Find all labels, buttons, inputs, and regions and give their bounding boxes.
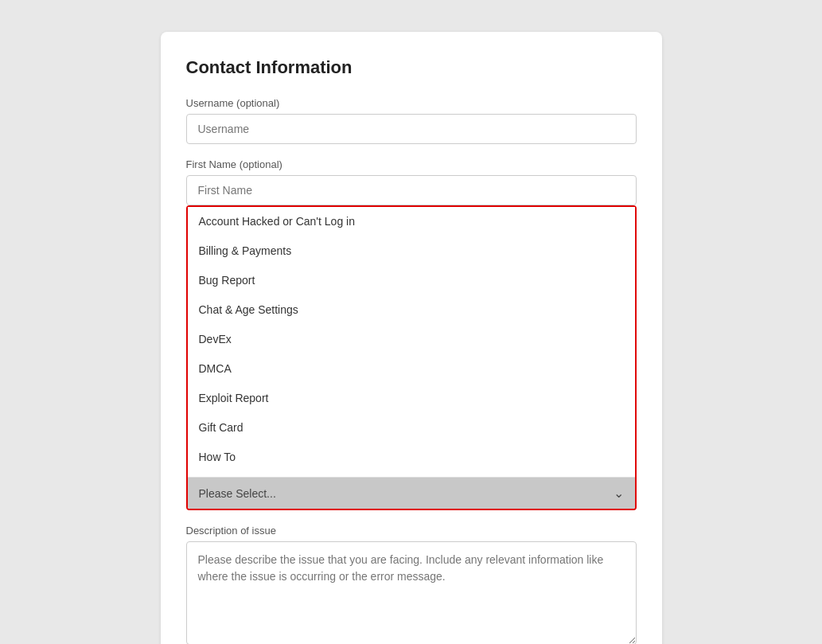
dropdown-option-3[interactable]: Chat & Age Settings xyxy=(188,295,635,325)
contact-form-card: Contact Information Username (optional) … xyxy=(161,32,662,644)
dropdown-option-5[interactable]: DMCA xyxy=(188,354,635,384)
dropdown-option-2[interactable]: Bug Report xyxy=(188,266,635,295)
issue-type-dropdown-wrapper[interactable]: Account Hacked or Can't Log inBilling & … xyxy=(186,205,637,510)
dropdown-option-8[interactable]: How To xyxy=(188,443,635,472)
dropdown-option-0[interactable]: Account Hacked or Can't Log in xyxy=(188,207,635,236)
dropdown-option-4[interactable]: DevEx xyxy=(188,325,635,354)
dropdown-option-1[interactable]: Billing & Payments xyxy=(188,236,635,266)
first-name-field-group: First Name (optional) xyxy=(186,158,637,205)
first-name-label: First Name (optional) xyxy=(186,158,637,170)
dropdown-option-6[interactable]: Exploit Report xyxy=(188,384,635,413)
username-input[interactable] xyxy=(186,114,637,144)
username-label: Username (optional) xyxy=(186,97,637,109)
form-title: Contact Information xyxy=(186,57,637,78)
username-field-group: Username (optional) xyxy=(186,97,637,144)
chevron-down-icon: ⌄ xyxy=(614,486,624,501)
dropdown-select-label: Please Select... xyxy=(199,487,276,500)
first-name-input[interactable] xyxy=(186,175,637,205)
description-field-group: Description of issue xyxy=(186,525,637,644)
description-label: Description of issue xyxy=(186,525,637,537)
dropdown-option-9[interactable]: Ideas & Suggestions xyxy=(188,472,635,478)
dropdown-select-bar[interactable]: Please Select... ⌄ xyxy=(188,478,635,509)
dropdown-options-list: Account Hacked or Can't Log inBilling & … xyxy=(188,207,635,478)
description-textarea[interactable] xyxy=(186,541,637,644)
dropdown-option-7[interactable]: Gift Card xyxy=(188,413,635,443)
page-background: Contact Information Username (optional) … xyxy=(16,16,806,644)
